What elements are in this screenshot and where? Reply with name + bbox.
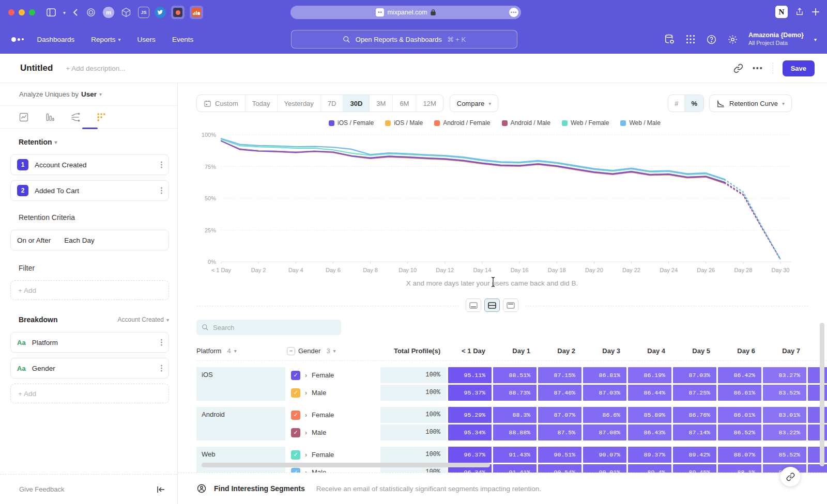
retention-value-cell[interactable]: 88.1% bbox=[718, 464, 761, 472]
gender-cell[interactable]: ✓›Male bbox=[287, 385, 379, 401]
nav-item-users[interactable]: Users bbox=[137, 36, 156, 43]
retention-value-cell[interactable]: 86.52% bbox=[718, 424, 761, 440]
breakdown-platform[interactable]: AaPlatform bbox=[10, 332, 169, 353]
retention-value-cell[interactable]: 87.14% bbox=[673, 424, 716, 440]
retention-value-cell[interactable]: 90.07% bbox=[583, 447, 626, 463]
retention-value-cell[interactable]: 86.42% bbox=[718, 367, 761, 383]
filter-add-button[interactable]: + Add bbox=[10, 280, 169, 300]
layout-split-button[interactable] bbox=[484, 298, 500, 312]
retention-line-chart[interactable]: 0%25%50%75%100%< 1 DayDay 2Day 4Day 6Day… bbox=[178, 129, 827, 276]
day-column-header[interactable]: < 1 Day bbox=[448, 347, 492, 355]
breakdown-scope-dropdown[interactable]: Account Created▾ bbox=[118, 316, 169, 323]
retention-step-1[interactable]: 1Account Created bbox=[10, 154, 169, 175]
close-window-button[interactable] bbox=[8, 9, 14, 15]
vertical-scrollbar[interactable] bbox=[820, 323, 824, 466]
retention-value-cell[interactable]: 83.27% bbox=[763, 367, 806, 383]
nav-item-reports[interactable]: Reports▾ bbox=[91, 36, 120, 43]
gender-cell[interactable]: ✓›Female bbox=[287, 407, 379, 423]
retention-value-cell[interactable]: 86.6% bbox=[583, 407, 626, 423]
retention-value-cell[interactable]: 87.03% bbox=[583, 385, 626, 401]
nav-item-events[interactable]: Events bbox=[172, 36, 193, 43]
legend-item[interactable]: Web / Female bbox=[562, 119, 609, 127]
retention-criteria-card[interactable]: On or After Each Day bbox=[10, 230, 169, 250]
retention-value-cell[interactable]: 87.5% bbox=[538, 424, 581, 440]
share-icon[interactable] bbox=[795, 7, 804, 17]
project-switcher[interactable]: Amazonia {Demo} All Project Data bbox=[748, 32, 804, 46]
back-icon[interactable] bbox=[73, 9, 78, 16]
legend-item[interactable]: Android / Female bbox=[434, 119, 490, 127]
retention-value-cell[interactable]: 86.01% bbox=[718, 407, 761, 423]
notion-icon[interactable]: N bbox=[775, 6, 788, 18]
soundcloud-icon[interactable] bbox=[190, 6, 203, 19]
loom-icon[interactable] bbox=[171, 6, 185, 19]
gender-cell[interactable]: ✓›Female bbox=[287, 367, 379, 383]
retention-value-cell[interactable]: 95.29% bbox=[448, 407, 492, 423]
layout-table-only-button[interactable] bbox=[503, 298, 518, 312]
retention-value-cell[interactable]: 86.43% bbox=[628, 424, 671, 440]
report-title[interactable]: Untitled bbox=[20, 63, 53, 73]
gender-cell[interactable]: ✓›Female bbox=[287, 447, 379, 463]
row-expand-chevron-icon[interactable]: › bbox=[305, 429, 307, 436]
day-column-header[interactable]: Day 3 bbox=[583, 347, 626, 355]
format-percent-button[interactable]: % bbox=[685, 95, 703, 112]
tab-flows[interactable] bbox=[69, 111, 82, 123]
range-custom[interactable]: Custom bbox=[197, 95, 246, 112]
kebab-menu-icon[interactable] bbox=[161, 162, 162, 168]
retention-value-cell[interactable]: 96.37% bbox=[448, 447, 492, 463]
avatar-m-icon[interactable]: m bbox=[103, 7, 114, 18]
global-search-button[interactable]: Open Reports & Dashboards ⌘ + K bbox=[291, 30, 517, 49]
row-expand-chevron-icon[interactable]: › bbox=[305, 451, 307, 459]
new-tab-icon[interactable] bbox=[811, 8, 820, 16]
series-checkbox[interactable]: ✓ bbox=[291, 468, 300, 473]
day-column-header[interactable]: Day 5 bbox=[673, 347, 716, 355]
data-management-icon[interactable] bbox=[664, 34, 675, 45]
retention-value-cell[interactable]: 87.03% bbox=[673, 367, 716, 383]
layout-chart-only-button[interactable] bbox=[466, 298, 481, 312]
retention-value-cell[interactable]: 88.88% bbox=[493, 424, 537, 440]
mixpanel-logo[interactable] bbox=[11, 37, 24, 42]
retention-value-cell[interactable]: 89.37% bbox=[628, 447, 671, 463]
retention-value-cell[interactable]: 87.07% bbox=[538, 407, 581, 423]
retention-value-cell[interactable]: 86.19% bbox=[628, 367, 671, 383]
retention-value-cell[interactable]: 87.08% bbox=[583, 424, 626, 440]
day-column-header[interactable]: Day 2 bbox=[538, 347, 581, 355]
gender-cell[interactable]: ✓›Male bbox=[287, 424, 379, 440]
retention-value-cell[interactable]: 89.4% bbox=[628, 464, 671, 472]
retention-value-cell[interactable]: 83.01% bbox=[763, 407, 806, 423]
day-column-header[interactable]: Day 1 bbox=[493, 347, 537, 355]
segments-title[interactable]: Find Interesting Segments bbox=[214, 484, 305, 493]
platform-cell[interactable]: Web bbox=[196, 447, 285, 472]
series-checkbox[interactable]: ✓ bbox=[291, 388, 300, 398]
copy-link-icon[interactable] bbox=[733, 64, 743, 73]
gender-column-header[interactable]: – Gender3▾ bbox=[287, 347, 379, 355]
help-icon[interactable] bbox=[706, 34, 717, 45]
kebab-menu-icon[interactable] bbox=[161, 365, 162, 372]
share-link-fab[interactable] bbox=[780, 467, 800, 486]
day-column-header[interactable]: Day 4 bbox=[628, 347, 671, 355]
nav-item-dashboards[interactable]: Dashboards bbox=[37, 36, 75, 43]
zoom-window-button[interactable] bbox=[29, 9, 35, 15]
tab-insights[interactable] bbox=[18, 111, 30, 123]
retention-value-cell[interactable]: 88.73% bbox=[493, 385, 537, 401]
range-7d[interactable]: 7D bbox=[321, 95, 344, 112]
retention-value-cell[interactable]: 89.42% bbox=[673, 447, 716, 463]
compare-button[interactable]: Compare▾ bbox=[450, 94, 499, 112]
legend-item[interactable]: Android / Male bbox=[502, 119, 550, 127]
more-actions-icon[interactable]: ••• bbox=[753, 64, 763, 72]
retention-value-cell[interactable]: 85.89% bbox=[628, 407, 671, 423]
cube-icon[interactable] bbox=[119, 6, 133, 19]
retention-value-cell[interactable]: 86.61% bbox=[718, 385, 761, 401]
collapse-sidebar-icon[interactable] bbox=[157, 486, 165, 493]
retention-value-cell[interactable]: 91.43% bbox=[493, 447, 537, 463]
platform-column-header[interactable]: Platform4▾ bbox=[196, 347, 285, 355]
horizontal-scrollbar[interactable] bbox=[202, 463, 490, 467]
retention-value-cell[interactable]: 90.01% bbox=[583, 464, 626, 472]
series-checkbox[interactable]: ✓ bbox=[291, 371, 300, 380]
minimize-window-button[interactable] bbox=[19, 9, 25, 15]
day-column-header[interactable]: Day 7 bbox=[763, 347, 806, 355]
kebab-menu-icon[interactable] bbox=[161, 187, 162, 194]
row-expand-chevron-icon[interactable]: › bbox=[305, 412, 307, 419]
retention-value-cell[interactable]: 91.41% bbox=[493, 464, 537, 472]
chevron-down-icon[interactable]: ▾ bbox=[63, 10, 66, 15]
report-description-placeholder[interactable]: + Add description... bbox=[66, 65, 125, 72]
